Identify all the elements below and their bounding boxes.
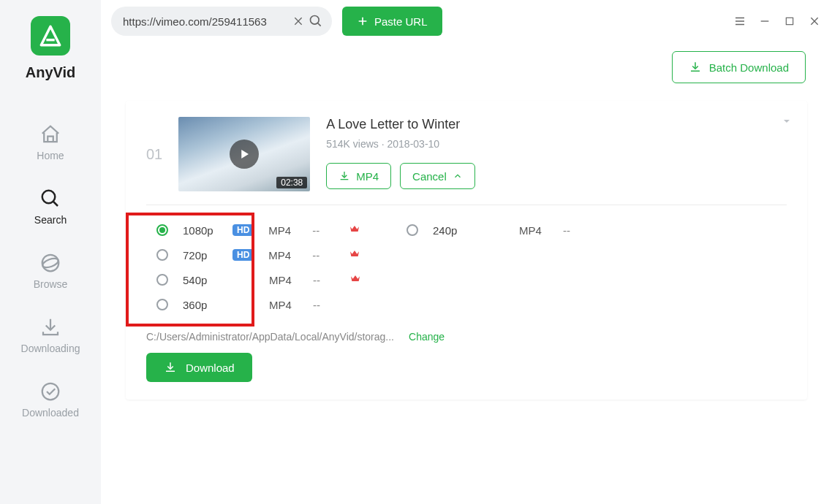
maximize-button[interactable] (782, 14, 797, 28)
sidebar-item-label: Home (37, 150, 64, 161)
svg-point-4 (311, 16, 319, 25)
quality-column-right: 240pMP4-- (406, 221, 585, 313)
plus-icon (357, 15, 368, 27)
quality-option[interactable]: 1080pHDMP4-- (156, 221, 363, 239)
svg-rect-5 (786, 18, 793, 24)
save-path-row: C:/Users/Administrator/AppData/Local/Any… (146, 331, 787, 343)
collapse-button[interactable] (781, 115, 793, 130)
quality-format: MP4 (519, 224, 548, 237)
quality-resolution: 540p (183, 274, 218, 286)
close-icon (292, 15, 304, 27)
download-button[interactable]: Download (146, 353, 252, 382)
close-icon (809, 15, 820, 27)
hd-badge: HD (232, 249, 254, 261)
radio-button[interactable] (156, 224, 168, 236)
search-button[interactable] (307, 12, 325, 30)
result-header: 01 02:38 A Love Letter to Winter 514K vi… (146, 117, 787, 191)
batch-download-row: Batch Download (101, 42, 832, 92)
sidebar-item-browse[interactable]: Browse (0, 239, 101, 303)
radio-button[interactable] (406, 224, 418, 236)
cancel-button[interactable]: Cancel (400, 163, 475, 189)
sidebar-item-label: Downloaded (22, 407, 79, 419)
quality-size: -- (312, 249, 334, 261)
chevron-up-icon (453, 171, 463, 181)
paste-url-label: Paste URL (374, 15, 428, 28)
quality-option[interactable]: 720pHDMP4-- (156, 246, 363, 264)
menu-button[interactable] (733, 14, 747, 28)
search-icon (309, 14, 323, 28)
minimize-button[interactable] (757, 14, 772, 28)
sidebar-item-label: Browse (34, 278, 68, 290)
paste-url-button[interactable]: Paste URL (342, 7, 442, 36)
crown-icon (349, 223, 360, 234)
batch-download-label: Batch Download (709, 61, 789, 74)
radio-button[interactable] (156, 274, 168, 286)
change-path-button[interactable]: Change (409, 331, 445, 343)
hd-badge: HD (232, 224, 254, 236)
url-input[interactable] (123, 15, 290, 28)
result-meta: A Love Letter to Winter 514K views · 201… (326, 117, 787, 189)
quality-format: MP4 (268, 224, 298, 237)
sidebar-item-downloaded[interactable]: Downloaded (0, 367, 101, 432)
video-date: 2018-03-10 (387, 138, 440, 150)
result-index: 01 (146, 146, 162, 163)
radio-button[interactable] (156, 249, 168, 261)
video-title: A Love Letter to Winter (326, 117, 787, 132)
quality-resolution: 360p (183, 299, 218, 311)
quality-option[interactable]: 540pMP4-- (156, 271, 363, 289)
quality-option[interactable]: 240pMP4-- (406, 221, 585, 239)
download-icon (689, 61, 702, 74)
url-input-box (111, 7, 332, 36)
svg-point-3 (42, 383, 59, 400)
premium-indicator (349, 272, 363, 287)
quality-format: MP4 (269, 274, 298, 286)
quality-resolution: 240p (433, 224, 468, 237)
download-icon (164, 361, 177, 374)
clear-url-button[interactable] (290, 12, 307, 30)
quality-resolution: 720p (183, 249, 218, 261)
sidebar: AnyVid Home Search Browse Downloading Do… (0, 0, 101, 504)
maximize-icon (784, 16, 795, 26)
browse-icon (39, 252, 61, 274)
search-icon (39, 188, 61, 210)
play-icon (238, 148, 251, 161)
quality-format: MP4 (268, 249, 298, 261)
quality-size: -- (313, 274, 335, 286)
sidebar-item-home[interactable]: Home (0, 110, 101, 175)
premium-indicator (349, 223, 362, 237)
quality-options: 1080pHDMP4--720pHDMP4--540pMP4--360pMP4-… (146, 217, 787, 318)
sidebar-item-label: Search (34, 214, 67, 226)
quality-resolution: 1080p (183, 224, 218, 237)
app-name: AnyVid (26, 64, 76, 81)
video-duration: 02:38 (276, 177, 307, 188)
video-views: 514K views (326, 138, 379, 150)
result-buttons: MP4 Cancel (326, 163, 787, 189)
sidebar-item-downloading[interactable]: Downloading (0, 303, 101, 367)
radio-button[interactable] (156, 299, 168, 310)
menu-icon (733, 15, 746, 28)
mp4-button[interactable]: MP4 (326, 163, 391, 189)
quality-column-left: 1080pHDMP4--720pHDMP4--540pMP4--360pMP4-… (156, 221, 363, 313)
premium-indicator (349, 248, 362, 262)
mp4-label: MP4 (356, 170, 379, 183)
quality-option[interactable]: 360pMP4-- (156, 296, 363, 313)
close-window-button[interactable] (807, 14, 822, 28)
download-icon (339, 170, 350, 182)
play-overlay (230, 140, 259, 169)
video-thumbnail[interactable]: 02:38 (178, 117, 310, 191)
result-card: 01 02:38 A Love Letter to Winter 514K vi… (126, 101, 807, 400)
quality-size: -- (312, 224, 334, 237)
sidebar-item-label: Downloading (21, 343, 80, 354)
app-logo-block: AnyVid (26, 16, 76, 81)
crown-icon (349, 248, 360, 259)
separator (146, 205, 787, 205)
batch-download-button[interactable]: Batch Download (672, 51, 806, 83)
home-icon (39, 123, 61, 145)
downloading-icon (39, 316, 61, 338)
sidebar-item-search[interactable]: Search (0, 175, 101, 239)
minimize-icon (759, 15, 771, 27)
top-bar: Paste URL (101, 0, 832, 42)
quality-size: -- (313, 299, 335, 311)
download-label: Download (186, 362, 235, 374)
save-path: C:/Users/Administrator/AppData/Local/Any… (146, 331, 394, 343)
